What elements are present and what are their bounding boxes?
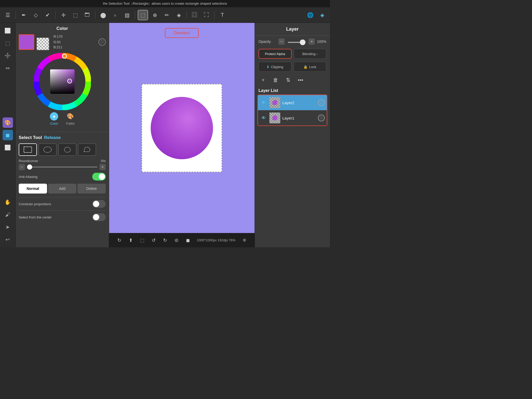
paint-bucket-button[interactable]: ⬦ — [110, 10, 120, 20]
color-tab-label: Color — [50, 122, 58, 125]
delete-mode-button[interactable]: Delete — [77, 184, 106, 194]
color-wheel[interactable] — [34, 53, 91, 110]
menu-button[interactable]: ☰ — [3, 10, 13, 20]
clipping-lock-row: ⬇ Clipping 🔒 Lock — [255, 60, 330, 73]
smudge-button[interactable]: ✏ — [162, 10, 172, 20]
anti-aliasing-toggle[interactable] — [92, 173, 106, 181]
color-swatches: R:170 G:81 B:211 ⓘ — [19, 34, 106, 50]
brush-tool[interactable]: 🖌 — [3, 209, 13, 220]
top-toolbar: ☰ ✒ ◇ ✔ ✛ ⬚ 🗔 ⬤ ⬦ ▨ ⬚ ⊕ ✏ ◈ ⿴ ⛶ T 🌐 ◈ — [0, 7, 330, 23]
select-from-center-toggle[interactable] — [92, 213, 106, 221]
add-layer-button[interactable]: + — [258, 75, 268, 85]
color2-tool[interactable]: ◼ — [3, 130, 13, 140]
canvas-menu-button[interactable]: ≡ — [240, 235, 249, 245]
no-rotate-button[interactable]: ⊘ — [171, 235, 181, 245]
deselect-button[interactable]: Deselect — [165, 28, 199, 38]
roundcorner-slider[interactable] — [27, 167, 97, 168]
blending-button[interactable]: Blending › — [294, 49, 327, 59]
flip-tool-button[interactable]: 🗔 — [82, 10, 92, 20]
rect-selection-button[interactable] — [19, 143, 37, 156]
protect-alpha-button[interactable]: Protect Alpha — [258, 49, 292, 59]
primary-color-swatch[interactable] — [19, 34, 34, 50]
crop-button[interactable]: ⛶ — [201, 10, 212, 20]
toolbar-separator-3 — [95, 11, 95, 19]
toolbar-separator-2 — [55, 11, 56, 19]
layer2-info-button[interactable]: ⓘ — [318, 99, 325, 106]
lasso-selection-button[interactable] — [58, 143, 76, 156]
opacity-decrease-button[interactable]: − — [278, 38, 285, 45]
layers-button[interactable]: ◈ — [317, 10, 327, 20]
color-circle-icon: ● — [50, 112, 58, 121]
reorder-layer-button[interactable]: ⇅ — [283, 75, 293, 85]
canvas-tool[interactable]: ⬜ — [3, 25, 13, 36]
save-canvas-button[interactable]: ⬆ — [126, 235, 136, 245]
color-tab-color[interactable]: ● Color — [50, 112, 58, 125]
secondary-color-swatch[interactable] — [36, 37, 49, 50]
marquee-tool-button[interactable]: ⬚ — [138, 10, 148, 20]
rotate-canvas-button[interactable]: ↻ — [114, 235, 124, 245]
layer-item-layer2[interactable]: 👁 Layer2 ⓘ — [258, 95, 327, 110]
canvas-area[interactable]: Deselect — [109, 23, 255, 233]
roundcorner-plus[interactable]: + — [99, 164, 106, 170]
adjust-tool[interactable]: ⇔ — [3, 63, 13, 73]
color1-tool[interactable]: 🎨 — [3, 117, 13, 128]
layer2-name: Layer2 — [282, 101, 316, 105]
color-r: R:170 — [54, 34, 63, 39]
add-tool[interactable]: ➕ — [3, 50, 13, 61]
check-tool-button[interactable]: ✔ — [42, 10, 53, 20]
ellipse-selection-button[interactable] — [38, 143, 57, 156]
selection-tool[interactable]: ⬚ — [3, 38, 13, 48]
layer-item-layer1[interactable]: 👁 Layer1 ⓘ — [258, 110, 327, 125]
undo-canvas-button[interactable]: ↺ — [149, 235, 158, 245]
lock-button[interactable]: 🔒 Lock — [294, 62, 327, 72]
constrain-toggle[interactable] — [92, 200, 106, 208]
pallet-tab-label: Pallet — [66, 122, 75, 125]
eyedropper-button[interactable]: ⊕ — [150, 10, 160, 20]
canvas-content[interactable] — [142, 84, 222, 172]
svg-rect-3 — [50, 69, 75, 94]
add-mode-button[interactable]: Add — [48, 184, 76, 194]
toolbar-separator-6 — [214, 11, 215, 19]
rect-tool[interactable]: ⬜ — [3, 142, 13, 153]
color-info-button[interactable]: ⓘ — [98, 38, 106, 46]
color-tab-pallet[interactable]: 🎨 Pallet — [66, 112, 75, 125]
globe-button[interactable]: 🌐 — [305, 10, 315, 20]
eraser-button[interactable]: ◈ — [174, 10, 184, 20]
transform-tool-button[interactable]: ⬚ — [70, 10, 81, 20]
delete-layer-button[interactable]: 🗑 — [271, 75, 280, 85]
move-tool-button[interactable]: ✛ — [58, 10, 69, 20]
clipping-button[interactable]: ⬇ Clipping — [258, 62, 291, 72]
more-layer-options-button[interactable]: ••• — [296, 75, 305, 85]
color-section: Color R:170 G:81 B:211 ⓘ — [16, 23, 109, 132]
canvas-bottom-tools: ↻ ⬆ ⬚ ↺ ↻ ⊘ ◼ — [114, 235, 193, 245]
fill-tool-button[interactable]: ⬤ — [98, 10, 108, 20]
stamp-button[interactable]: ◼ — [183, 235, 193, 245]
send-tool[interactable]: ➤ — [3, 222, 13, 232]
layer1-info-button[interactable]: ⓘ — [318, 115, 325, 121]
text-tool-button[interactable]: T — [217, 10, 228, 20]
layer-list: 👁 Layer2 ⓘ 👁 Layer1 ⓘ — [257, 95, 327, 126]
diamond-tool-button[interactable]: ◇ — [30, 10, 41, 20]
poly-lasso-selection-button[interactable] — [78, 143, 96, 156]
clone-button[interactable]: ⿴ — [189, 10, 200, 20]
title-bar: the Selection Tool（Rectangle）allows user… — [0, 0, 330, 7]
back-tool[interactable]: ↩ — [3, 234, 13, 245]
hand-tool[interactable]: ✋ — [3, 197, 13, 207]
redo-canvas-button[interactable]: ↻ — [160, 235, 170, 245]
roundcorner-minus[interactable]: − — [19, 164, 25, 170]
select-tool-header: Select Tool Release — [19, 135, 106, 140]
normal-mode-button[interactable]: Normal — [19, 184, 47, 194]
layer1-visibility-toggle[interactable]: 👁 — [260, 114, 267, 122]
constrain-knob — [93, 201, 99, 207]
pen-tool-button[interactable]: ✒ — [18, 10, 29, 20]
layer1-thumb-dot — [272, 115, 277, 121]
rect-select-canvas-button[interactable]: ⬚ — [137, 235, 147, 245]
select-tool-release-button[interactable]: Release — [44, 135, 61, 140]
gradient-button[interactable]: ▨ — [122, 10, 132, 20]
canvas-wrapper — [142, 84, 222, 172]
layer2-visibility-toggle[interactable]: 👁 — [260, 99, 267, 106]
color-b: B:211 — [54, 45, 63, 50]
lock-icon: 🔒 — [303, 65, 308, 69]
opacity-slider[interactable] — [288, 42, 306, 43]
opacity-increase-button[interactable]: + — [309, 38, 315, 45]
